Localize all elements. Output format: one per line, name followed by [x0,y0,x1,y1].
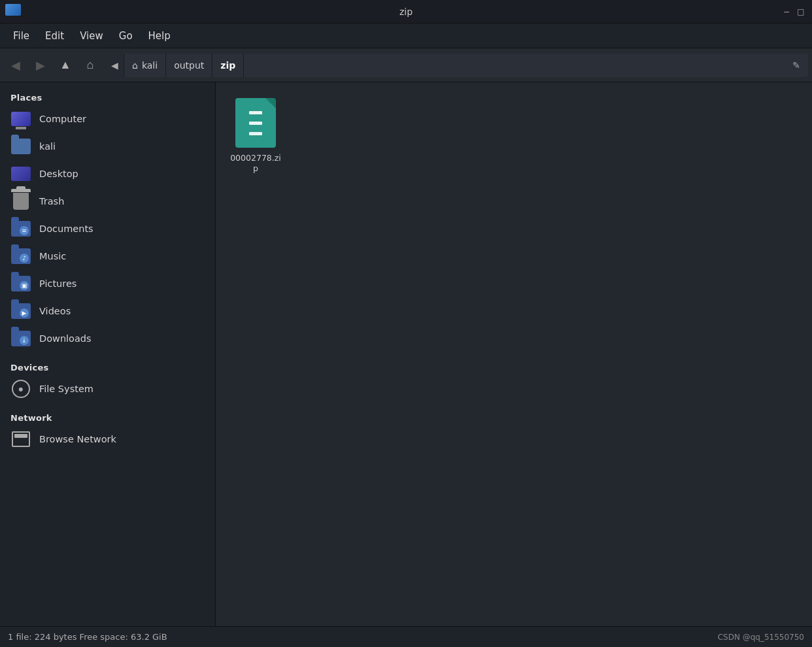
menubar: File Edit View Go Help [0,24,812,48]
zip-stripe-1 [249,111,262,114]
sidebar-item-computer[interactable]: Computer [0,105,215,133]
zip-stripe-3 [249,122,262,125]
breadcrumb-back-arrow[interactable]: ◀ [106,54,124,77]
sidebar-item-music[interactable]: ♪ Music [0,242,215,270]
window-controls: − □ [781,6,807,18]
kali-folder-icon [10,137,31,156]
places-header: Places [0,88,215,105]
devices-header: Devices [0,357,215,375]
up-button[interactable]: ▲ [54,54,77,77]
breadcrumb-bar: ◀ ⌂ kali output zip ✎ [106,54,808,77]
minimize-button[interactable]: − [781,6,792,18]
sidebar-label-trash: Trash [39,196,64,207]
sidebar-label-music: Music [39,251,66,261]
sidebar-item-pictures[interactable]: ▣ Pictures [0,270,215,297]
sidebar-label-filesystem: File System [39,384,93,394]
computer-icon [10,110,31,128]
file-area[interactable]: 00002778.zip [216,82,812,626]
sidebar-item-desktop[interactable]: Desktop [0,160,215,188]
back-button[interactable]: ◀ [4,54,27,77]
menu-file[interactable]: File [7,27,36,44]
titlebar: zip − □ [0,0,812,24]
zip-stripes [249,111,262,135]
window-title: zip [399,7,413,17]
filesystem-icon [10,380,31,398]
videos-icon: ▶ [10,302,31,320]
menu-help[interactable]: Help [142,27,177,44]
forward-button[interactable]: ▶ [29,54,52,77]
status-attribution: CSDN @qq_51550750 [718,633,804,642]
desktop-icon [10,165,31,183]
network-icon [10,430,31,448]
sidebar-label-documents: Documents [39,224,93,234]
file-label-zip: 00002778.zip [229,153,282,174]
sidebar-item-kali[interactable]: kali [0,133,215,160]
downloads-icon: ↓ [10,329,31,348]
breadcrumb-zip-label: zip [220,60,235,71]
breadcrumb-address-space[interactable] [244,54,785,77]
toolbar: ◀ ▶ ▲ ⌂ ◀ ⌂ kali output zip ✎ [0,48,812,82]
zip-stripe-5 [249,132,262,135]
sidebar-label-computer: Computer [39,114,86,124]
breadcrumb-home[interactable]: ⌂ kali [124,54,166,77]
sidebar-item-videos[interactable]: ▶ Videos [0,297,215,325]
network-header: Network [0,408,215,425]
zip-file-icon [235,98,276,148]
sidebar-label-pictures: Pictures [39,278,76,289]
sidebar-item-downloads[interactable]: ↓ Downloads [0,325,215,352]
sidebar-item-browse-network[interactable]: Browse Network [0,425,215,453]
sidebar-label-browse-network: Browse Network [39,434,116,444]
breadcrumb-edit-button[interactable]: ✎ [785,54,808,77]
sidebar-label-kali: kali [39,141,56,152]
status-info: 1 file: 224 bytes Free space: 63.2 GiB [8,632,167,642]
sidebar-label-downloads: Downloads [39,333,92,344]
pictures-icon: ▣ [10,274,31,293]
breadcrumb-zip[interactable]: zip [212,54,244,77]
sidebar-label-desktop: Desktop [39,169,78,179]
breadcrumb-output[interactable]: output [166,54,212,77]
file-item-zip[interactable]: 00002778.zip [226,93,285,180]
window-icon [5,4,21,16]
main-layout: Places Computer kali Desktop [0,82,812,626]
breadcrumb-output-label: output [174,60,204,71]
maximize-button[interactable]: □ [795,6,807,18]
sidebar-item-documents[interactable]: ≡ Documents [0,215,215,242]
menu-go[interactable]: Go [112,27,139,44]
music-icon: ♪ [10,247,31,265]
sidebar: Places Computer kali Desktop [0,82,216,626]
trash-icon [10,192,31,210]
zip-stripe-4 [249,127,262,130]
documents-icon: ≡ [10,220,31,238]
sidebar-item-filesystem[interactable]: File System [0,375,215,403]
sidebar-label-videos: Videos [39,306,71,316]
home-icon: ⌂ [132,60,138,71]
menu-view[interactable]: View [73,27,110,44]
menu-edit[interactable]: Edit [39,27,71,44]
breadcrumb-home-label: kali [142,60,158,71]
sidebar-item-trash[interactable]: Trash [0,188,215,215]
statusbar: 1 file: 224 bytes Free space: 63.2 GiB C… [0,626,812,647]
zip-stripe-2 [249,116,262,120]
home-button[interactable]: ⌂ [78,54,102,77]
